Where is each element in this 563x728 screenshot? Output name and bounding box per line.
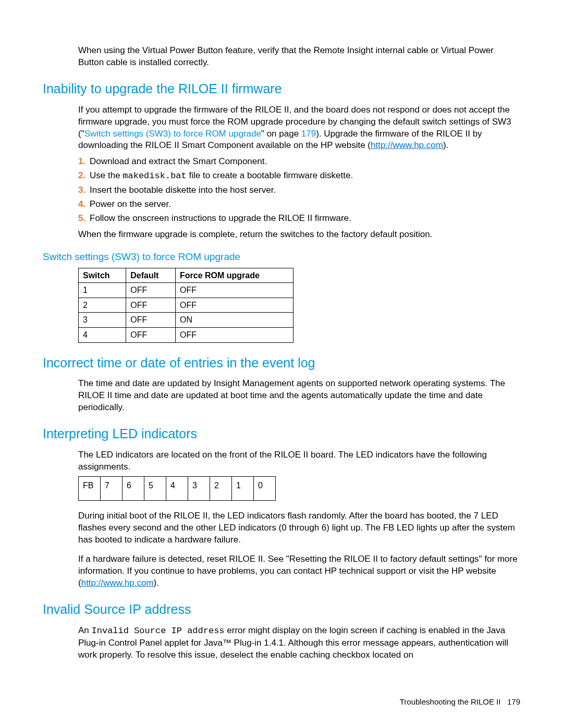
step-num: 5. <box>78 213 90 225</box>
step-text: Use the makedisk.bat file to create a bo… <box>90 170 353 182</box>
table-row: 2OFFOFF <box>79 298 293 313</box>
text: " on page <box>261 129 301 139</box>
step-num: 4. <box>78 199 90 211</box>
switch-table: Switch Default Force ROM upgrade 1OFFOFF… <box>78 268 293 343</box>
sec4-p1: An Invalid Source IP address error might… <box>78 625 520 661</box>
th: Default <box>126 268 176 283</box>
table-row: 1OFFOFF <box>79 283 293 298</box>
xref-sw3[interactable]: Switch settings (SW3) to force ROM upgra… <box>84 129 261 139</box>
step-num: 1. <box>78 156 90 168</box>
code-invalid-ip: Invalid Source IP address <box>92 626 225 636</box>
page-footer: Troubleshooting the RILOE II 179 <box>400 697 520 707</box>
page-body: When using the Virtual Power Button feat… <box>0 0 563 685</box>
sec3-p3: If a hardware failure is detected, reset… <box>78 553 520 589</box>
step-num: 3. <box>78 184 90 196</box>
table-header-row: Switch Default Force ROM upgrade <box>79 268 293 283</box>
step-text: Insert the bootable diskette into the ho… <box>90 184 276 196</box>
th: Force ROM upgrade <box>175 268 293 283</box>
heading-incorrect-time: Incorrect time or date of entries in the… <box>43 354 520 372</box>
step-text: Power on the server. <box>90 199 171 211</box>
step-5: 5.Follow the onscreen instructions to up… <box>78 213 520 225</box>
sec3-p2: During initial boot of the RILOE II, the… <box>78 510 520 546</box>
footer-label: Troubleshooting the RILOE II <box>400 697 501 706</box>
led-table: FB 7 6 5 4 3 2 1 0 <box>78 476 276 501</box>
step-3: 3.Insert the bootable diskette into the … <box>78 184 520 196</box>
step-num: 2. <box>78 170 90 182</box>
intro-text: When using the Virtual Power Button feat… <box>78 45 520 69</box>
step-2: 2.Use the makedisk.bat file to create a … <box>78 170 520 182</box>
table-row: FB 7 6 5 4 3 2 1 0 <box>79 476 276 501</box>
step-text: Download and extract the Smart Component… <box>90 156 267 168</box>
heading-inability: Inability to upgrade the RILOE II firmwa… <box>43 80 520 98</box>
text: ). <box>443 140 448 150</box>
xref-page[interactable]: 179 <box>301 129 316 139</box>
step-text: Follow the onscreen instructions to upgr… <box>90 213 351 225</box>
sec2-p: The time and date are updated by Insight… <box>78 378 520 414</box>
heading-sw3: Switch settings (SW3) to force ROM upgra… <box>43 250 520 264</box>
th: Switch <box>79 268 126 283</box>
footer-page: 179 <box>507 697 520 706</box>
step-4: 4.Power on the server. <box>78 199 520 211</box>
step-1: 1.Download and extract the Smart Compone… <box>78 156 520 168</box>
link-hp-2[interactable]: http://www.hp.com <box>81 578 154 588</box>
link-hp[interactable]: http://www.hp.com <box>371 140 443 150</box>
heading-invalid-ip: Invalid Source IP address <box>43 601 520 619</box>
code-makedisk: makedisk.bat <box>123 171 186 181</box>
steps-list: 1.Download and extract the Smart Compone… <box>78 156 520 225</box>
sec3-p1: The LED indicators are located on the fr… <box>78 449 520 473</box>
sec1-p2: When the firmware upgrade is complete, r… <box>78 229 520 241</box>
table-row: 4OFFOFF <box>79 328 293 343</box>
sec1-p1: If you attempt to upgrade the firmware o… <box>78 104 520 152</box>
heading-led: Interpreting LED indicators <box>43 425 520 443</box>
table-row: 3OFFON <box>79 313 293 328</box>
